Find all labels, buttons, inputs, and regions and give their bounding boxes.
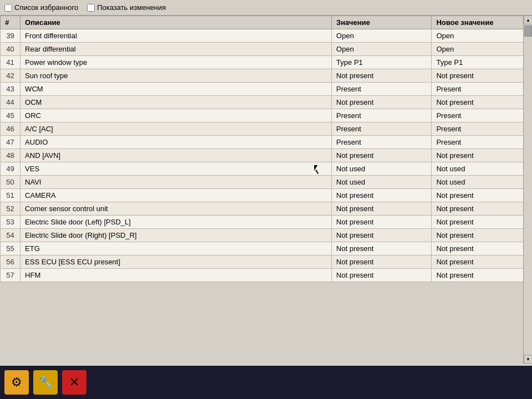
cell-value: Not present [331,216,432,229]
table-row[interactable]: 50NAVINot usedNot used [1,176,532,189]
cell-desc: Rear differential [21,43,332,56]
cell-value: Open [331,43,432,56]
cell-desc: ORC [21,109,332,122]
cell-new-value: Open [432,43,532,56]
cell-value: Open [331,29,432,43]
table-row[interactable]: 42Sun roof typeNot presentNot present [1,69,532,83]
table-row[interactable]: 45ORCPresentPresent [1,109,532,122]
table-row[interactable]: 43WCMPresentPresent [1,83,532,96]
cell-new-value: Open [432,29,532,43]
cell-desc: ETG [21,242,332,255]
cell-desc: OCM [21,96,332,109]
cell-new-value: Not present [432,96,532,109]
cell-value: Not present [331,229,432,242]
cell-new-value: Not present [432,189,532,202]
cell-new-value: Not present [432,149,532,162]
cell-new-value: Not present [432,229,532,242]
cell-num: 52 [1,202,21,216]
cell-new-value: Not present [432,255,532,269]
favorites-checkbox-item[interactable]: Список избранного [4,3,78,12]
show-changes-label: Показать изменения [97,3,166,12]
table-row[interactable]: 48AND [AVN]Not presentNot present [1,149,532,162]
scrollbar-up-button[interactable]: ▲ [524,16,532,24]
show-changes-checkbox[interactable] [87,4,95,12]
table-row[interactable]: 47AUDIOPresentPresent [1,136,532,149]
cell-new-value: Not present [432,269,532,282]
table-row[interactable]: 54Electric Slide door (Right) [PSD_R]Not… [1,229,532,242]
cell-desc: NAVI [21,176,332,189]
cell-desc: Power window type [21,56,332,69]
cell-value: Not present [331,202,432,216]
cell-value: Not present [331,69,432,83]
cell-num: 39 [1,29,21,43]
table-row[interactable]: 46A/C [AC]PresentPresent [1,122,532,136]
favorites-checkbox[interactable] [4,4,12,12]
cell-desc: AND [AVN] [21,149,332,162]
cell-value: Present [331,109,432,122]
scrollbar[interactable]: ▲ ▼ [523,16,532,364]
cell-new-value: Present [432,109,532,122]
cell-num: 55 [1,242,21,255]
cell-new-value: Present [432,136,532,149]
cell-num: 40 [1,43,21,56]
cell-new-value: Present [432,83,532,96]
cell-desc: A/C [AC] [21,122,332,136]
table-header-row: # Описание Значение Новое значение [1,16,532,29]
scrollbar-thumb[interactable] [524,25,532,37]
cell-desc: ESS ECU [ESS ECU present] [21,255,332,269]
cell-value: Present [331,122,432,136]
table-row[interactable]: 40Rear differentialOpenOpen [1,43,532,56]
table-row[interactable]: 55ETGNot presentNot present [1,242,532,255]
cell-new-value: Not present [432,69,532,83]
cell-desc: Electric Slide door (Left) [PSD_L] [21,216,332,229]
cell-num: 57 [1,269,21,282]
cell-new-value: Not present [432,202,532,216]
cell-num: 47 [1,136,21,149]
cell-num: 45 [1,109,21,122]
cell-value: Not used [331,176,432,189]
cell-num: 51 [1,189,21,202]
cell-desc: AUDIO [21,136,332,149]
cell-value: Not present [331,189,432,202]
cell-value: Not present [331,96,432,109]
cell-value: Type P1 [331,56,432,69]
toolbar: Список избранного Показать изменения [0,0,532,16]
table-row[interactable]: 52Corner sensor control unitNot presentN… [1,202,532,216]
cell-num: 42 [1,69,21,83]
cell-new-value: Not present [432,216,532,229]
cell-new-value: Type P1 [432,56,532,69]
table-row[interactable]: 57HFMNot presentNot present [1,269,532,282]
cell-value: Not present [331,242,432,255]
taskbar: ⚙ 🔧 ✕ [0,366,532,399]
show-changes-checkbox-item[interactable]: Показать изменения [87,3,166,12]
taskbar-icon-1[interactable]: ⚙ [4,370,29,395]
col-header-num: # [1,16,21,29]
taskbar-icon-2[interactable]: 🔧 [33,370,58,395]
taskbar-icon-3[interactable]: ✕ [62,370,86,395]
cell-desc: Corner sensor control unit [21,202,332,216]
scrollbar-down-button[interactable]: ▼ [524,355,532,364]
table-row[interactable]: 41Power window typeType P1Type P1 [1,56,532,69]
table-container: # Описание Значение Новое значение 39Fro… [0,16,532,364]
cell-desc: Front differential [21,29,332,43]
table-row[interactable]: 49VESNot usedNot used [1,162,532,176]
table-row[interactable]: 51CAMERANot presentNot present [1,189,532,202]
cell-num: 43 [1,83,21,96]
table-row[interactable]: 53Electric Slide door (Left) [PSD_L]Not … [1,216,532,229]
cell-value: Present [331,136,432,149]
cell-num: 56 [1,255,21,269]
cell-value: Not present [331,149,432,162]
cell-num: 44 [1,96,21,109]
col-header-new-value: Новое значение [432,16,532,29]
table-row[interactable]: 56ESS ECU [ESS ECU present]Not presentNo… [1,255,532,269]
cell-desc: Electric Slide door (Right) [PSD_R] [21,229,332,242]
cell-desc: WCM [21,83,332,96]
col-header-desc: Описание [21,16,332,29]
cell-num: 48 [1,149,21,162]
favorites-label: Список избранного [14,3,78,12]
cell-new-value: Present [432,122,532,136]
table-row[interactable]: 39Front differentialOpenOpen [1,29,532,43]
cell-desc: VES [21,162,332,176]
cell-num: 53 [1,216,21,229]
table-row[interactable]: 44OCMNot presentNot present [1,96,532,109]
